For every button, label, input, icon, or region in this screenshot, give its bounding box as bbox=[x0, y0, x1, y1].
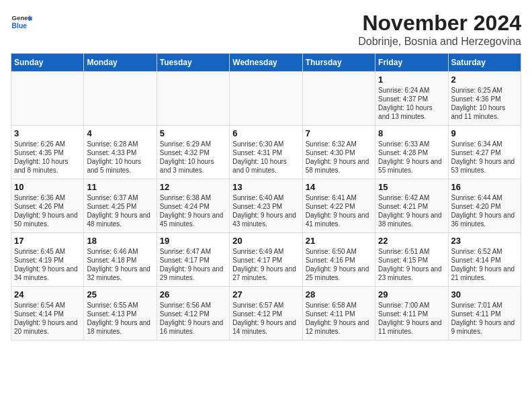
table-row: 11Sunrise: 6:37 AMSunset: 4:25 PMDayligh… bbox=[84, 179, 157, 233]
day-info: Sunset: 4:24 PM bbox=[160, 202, 226, 211]
day-info: Daylight: 9 hours and 14 minutes. bbox=[232, 318, 299, 336]
day-number: 28 bbox=[306, 289, 372, 300]
table-row: 17Sunrise: 6:45 AMSunset: 4:19 PMDayligh… bbox=[11, 233, 84, 287]
day-info: Sunset: 4:14 PM bbox=[451, 256, 518, 265]
table-row bbox=[230, 72, 302, 126]
day-info: Daylight: 10 hours and 5 minutes. bbox=[87, 157, 153, 175]
day-number: 11 bbox=[87, 182, 153, 192]
col-tuesday: Tuesday bbox=[157, 54, 229, 72]
day-info: Sunset: 4:36 PM bbox=[451, 95, 518, 103]
day-info: Sunrise: 6:54 AM bbox=[14, 301, 81, 310]
day-number: 1 bbox=[378, 75, 445, 85]
day-info: Daylight: 9 hours and 53 minutes. bbox=[451, 157, 518, 175]
day-number: 23 bbox=[451, 236, 518, 246]
table-row: 8Sunrise: 6:33 AMSunset: 4:28 PMDaylight… bbox=[375, 126, 448, 179]
day-number: 6 bbox=[232, 128, 299, 138]
day-info: Sunrise: 7:00 AM bbox=[378, 301, 445, 310]
day-info: Sunset: 4:37 PM bbox=[378, 95, 445, 103]
day-info: Sunset: 4:17 PM bbox=[160, 256, 226, 265]
logo-icon: General Blue bbox=[11, 11, 32, 32]
day-info: Daylight: 9 hours and 43 minutes. bbox=[232, 211, 299, 228]
day-info: Sunset: 4:23 PM bbox=[232, 202, 299, 211]
logo: General Blue bbox=[11, 11, 32, 32]
day-info: Sunset: 4:14 PM bbox=[14, 310, 81, 318]
day-info: Sunrise: 7:01 AM bbox=[451, 301, 518, 310]
title-area: November 2024 Dobrinje, Bosnia and Herze… bbox=[358, 11, 521, 48]
day-number: 13 bbox=[232, 182, 299, 192]
day-info: Sunset: 4:21 PM bbox=[378, 202, 445, 211]
day-info: Daylight: 10 hours and 3 minutes. bbox=[160, 157, 226, 175]
day-info: Sunrise: 6:38 AM bbox=[160, 193, 226, 202]
day-info: Sunset: 4:28 PM bbox=[378, 148, 445, 157]
table-row: 9Sunrise: 6:34 AMSunset: 4:27 PMDaylight… bbox=[448, 126, 521, 179]
svg-text:Blue: Blue bbox=[12, 22, 28, 30]
day-info: Sunrise: 6:34 AM bbox=[451, 140, 518, 148]
calendar-week-row: 10Sunrise: 6:36 AMSunset: 4:26 PMDayligh… bbox=[11, 179, 521, 233]
day-info: Sunset: 4:22 PM bbox=[306, 202, 372, 211]
page-subtitle: Dobrinje, Bosnia and Herzegovina bbox=[358, 36, 521, 48]
day-number: 7 bbox=[306, 128, 372, 138]
table-row: 6Sunrise: 6:30 AMSunset: 4:31 PMDaylight… bbox=[230, 126, 302, 179]
day-info: Daylight: 9 hours and 58 minutes. bbox=[306, 157, 372, 175]
day-number: 10 bbox=[14, 182, 81, 192]
day-info: Sunrise: 6:30 AM bbox=[232, 140, 299, 148]
table-row: 15Sunrise: 6:42 AMSunset: 4:21 PMDayligh… bbox=[375, 179, 448, 233]
day-info: Sunset: 4:26 PM bbox=[14, 202, 81, 211]
day-info: Sunset: 4:16 PM bbox=[306, 256, 372, 265]
day-info: Daylight: 10 hours and 0 minutes. bbox=[232, 157, 299, 175]
day-number: 14 bbox=[306, 182, 372, 192]
day-number: 15 bbox=[378, 182, 445, 192]
day-info: Sunset: 4:32 PM bbox=[160, 148, 226, 157]
day-info: Sunrise: 6:41 AM bbox=[306, 193, 372, 202]
table-row: 24Sunrise: 6:54 AMSunset: 4:14 PMDayligh… bbox=[11, 287, 84, 340]
day-info: Sunrise: 6:46 AM bbox=[87, 247, 153, 256]
day-number: 16 bbox=[451, 182, 518, 192]
day-info: Daylight: 9 hours and 20 minutes. bbox=[14, 318, 81, 336]
day-info: Daylight: 9 hours and 16 minutes. bbox=[160, 318, 226, 336]
day-number: 18 bbox=[87, 236, 153, 246]
day-info: Daylight: 10 hours and 11 minutes. bbox=[451, 103, 518, 121]
day-info: Sunrise: 6:33 AM bbox=[378, 140, 445, 148]
table-row: 30Sunrise: 7:01 AMSunset: 4:11 PMDayligh… bbox=[448, 287, 521, 340]
day-info: Sunrise: 6:36 AM bbox=[14, 193, 81, 202]
day-info: Sunset: 4:20 PM bbox=[451, 202, 518, 211]
table-row: 13Sunrise: 6:40 AMSunset: 4:23 PMDayligh… bbox=[230, 179, 302, 233]
table-row: 3Sunrise: 6:26 AMSunset: 4:35 PMDaylight… bbox=[11, 126, 84, 179]
day-number: 25 bbox=[87, 289, 153, 300]
col-saturday: Saturday bbox=[448, 54, 521, 72]
table-row bbox=[11, 72, 84, 126]
day-info: Sunrise: 6:40 AM bbox=[232, 193, 299, 202]
day-number: 20 bbox=[232, 236, 299, 246]
day-info: Daylight: 9 hours and 25 minutes. bbox=[306, 265, 372, 282]
col-sunday: Sunday bbox=[11, 54, 84, 72]
table-row: 10Sunrise: 6:36 AMSunset: 4:26 PMDayligh… bbox=[11, 179, 84, 233]
table-row: 28Sunrise: 6:58 AMSunset: 4:11 PMDayligh… bbox=[302, 287, 375, 340]
day-info: Sunset: 4:13 PM bbox=[87, 310, 153, 318]
day-info: Sunset: 4:35 PM bbox=[14, 148, 81, 157]
col-monday: Monday bbox=[84, 54, 157, 72]
calendar-week-row: 17Sunrise: 6:45 AMSunset: 4:19 PMDayligh… bbox=[11, 233, 521, 287]
day-number: 3 bbox=[14, 128, 81, 138]
day-info: Sunset: 4:12 PM bbox=[160, 310, 226, 318]
table-row: 4Sunrise: 6:28 AMSunset: 4:33 PMDaylight… bbox=[84, 126, 157, 179]
day-info: Daylight: 9 hours and 38 minutes. bbox=[378, 211, 445, 228]
day-info: Daylight: 9 hours and 48 minutes. bbox=[87, 211, 153, 228]
table-row: 1Sunrise: 6:24 AMSunset: 4:37 PMDaylight… bbox=[375, 72, 448, 126]
day-info: Sunrise: 6:32 AM bbox=[306, 140, 372, 148]
day-info: Sunrise: 6:28 AM bbox=[87, 140, 153, 148]
day-number: 22 bbox=[378, 236, 445, 246]
day-info: Sunset: 4:11 PM bbox=[306, 310, 372, 318]
table-row: 20Sunrise: 6:49 AMSunset: 4:17 PMDayligh… bbox=[230, 233, 302, 287]
day-info: Daylight: 9 hours and 29 minutes. bbox=[160, 265, 226, 282]
table-row bbox=[302, 72, 375, 126]
day-number: 5 bbox=[160, 128, 226, 138]
day-number: 17 bbox=[14, 236, 81, 246]
day-info: Sunrise: 6:47 AM bbox=[160, 247, 226, 256]
day-info: Sunrise: 6:45 AM bbox=[14, 247, 81, 256]
day-info: Sunset: 4:30 PM bbox=[306, 148, 372, 157]
table-row: 22Sunrise: 6:51 AMSunset: 4:15 PMDayligh… bbox=[375, 233, 448, 287]
day-info: Sunrise: 6:26 AM bbox=[14, 140, 81, 148]
table-row: 23Sunrise: 6:52 AMSunset: 4:14 PMDayligh… bbox=[448, 233, 521, 287]
day-info: Sunrise: 6:58 AM bbox=[306, 301, 372, 310]
day-info: Sunrise: 6:44 AM bbox=[451, 193, 518, 202]
